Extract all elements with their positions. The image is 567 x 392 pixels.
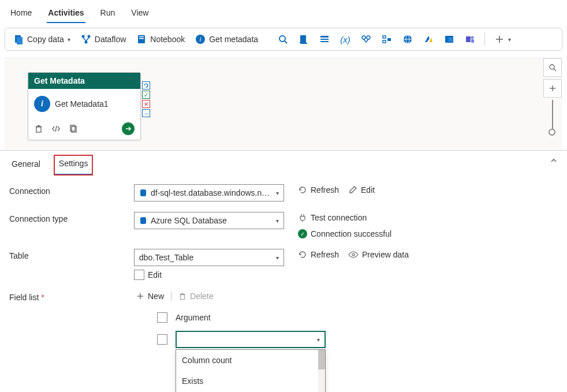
properties-panel: General Settings Connection df-sql-test.… xyxy=(0,150,567,361)
delete-label: Delete xyxy=(190,292,213,301)
get-metadata-label: Get metadata xyxy=(209,35,258,44)
refresh-label: Refresh xyxy=(311,250,339,259)
foreach-icon xyxy=(382,34,392,44)
activity-node-get-metadata[interactable]: Get Metadata i Get Metadata1 xyxy=(28,72,141,140)
dataflow-button[interactable]: Dataflow xyxy=(77,32,129,47)
svg-point-16 xyxy=(362,36,365,39)
new-label: New xyxy=(148,292,164,301)
port-failure-icon[interactable]: ✕ xyxy=(142,100,150,108)
zoom-in-button[interactable] xyxy=(543,79,562,98)
preview-data-label: Preview data xyxy=(362,250,409,259)
plug-icon xyxy=(298,213,307,222)
row-checkbox[interactable] xyxy=(157,334,167,345)
database-icon xyxy=(139,189,147,197)
copy-data-label: Copy data xyxy=(27,35,64,44)
teams-icon xyxy=(465,34,475,44)
delete-field-button[interactable]: Delete xyxy=(176,290,215,302)
new-field-button[interactable]: New xyxy=(134,290,166,302)
collapse-panel-button[interactable] xyxy=(550,156,558,165)
lookup-icon xyxy=(361,34,371,44)
copy-icon[interactable] xyxy=(69,124,78,133)
database-icon xyxy=(139,216,147,225)
trash-icon xyxy=(178,292,186,300)
notebook-button[interactable]: Notebook xyxy=(133,32,188,47)
activity-node-label: Get Metadata1 xyxy=(55,99,109,109)
tab-general[interactable]: General xyxy=(9,156,43,174)
canvas-search-button[interactable] xyxy=(543,58,562,77)
edit-connection-button[interactable]: Edit xyxy=(348,185,375,195)
info-icon: i xyxy=(34,96,50,112)
field-list-label: Field list* xyxy=(9,290,134,302)
argument-column-header: Argument xyxy=(176,313,211,322)
preview-data-button[interactable]: Preview data xyxy=(348,250,409,259)
table-tool-button[interactable] xyxy=(316,32,333,47)
svg-rect-1 xyxy=(17,37,23,44)
refresh-table-button[interactable]: Refresh xyxy=(298,250,339,259)
svg-point-3 xyxy=(87,35,90,38)
zoom-slider-handle[interactable] xyxy=(549,129,555,136)
dropdown-option-exists[interactable]: Exists xyxy=(176,371,325,391)
port-success-icon[interactable]: ✓ xyxy=(142,91,150,99)
teams-tool-button[interactable] xyxy=(461,32,479,47)
dropdown-scrollbar[interactable] xyxy=(318,350,325,392)
script-tool-button[interactable] xyxy=(295,32,312,47)
variable-tool-button[interactable]: (x) xyxy=(337,32,354,47)
refresh-connection-button[interactable]: Refresh xyxy=(298,185,339,195)
dataflow-label: Dataflow xyxy=(95,35,126,44)
activities-toolbar: Copy data ▾ Dataflow Notebook i Get meta… xyxy=(5,28,562,51)
connection-type-select[interactable]: Azure SQL Database ▾ xyxy=(134,212,284,229)
refresh-icon xyxy=(298,250,307,259)
info-icon: i xyxy=(195,34,206,44)
notebook-icon xyxy=(136,34,147,44)
tab-settings[interactable]: Settings xyxy=(54,155,93,175)
table-select[interactable]: dbo.Test_Table ▾ xyxy=(134,249,284,266)
svg-rect-26 xyxy=(466,36,471,42)
svg-rect-20 xyxy=(387,38,391,41)
svg-line-37 xyxy=(554,69,556,71)
azure-tool-button[interactable] xyxy=(420,32,437,47)
field-list-row: ▾ Column count Exists Structure Ad xyxy=(134,331,326,348)
eye-icon xyxy=(348,250,359,259)
svg-point-4 xyxy=(84,41,87,44)
svg-rect-12 xyxy=(300,35,306,43)
connection-select[interactable]: df-sql-test.database.windows.net;tes… ▾ xyxy=(134,184,284,201)
azure-icon xyxy=(423,34,434,44)
zoom-slider[interactable] xyxy=(552,100,553,135)
svg-point-10 xyxy=(279,36,285,42)
port-completion-icon[interactable] xyxy=(142,81,150,89)
toolbar-separator xyxy=(484,33,485,46)
foreach-tool-button[interactable] xyxy=(378,32,396,47)
menu-activities[interactable]: Activities xyxy=(47,6,85,23)
copy-data-button[interactable]: Copy data ▾ xyxy=(10,32,74,47)
menu-home[interactable]: Home xyxy=(9,6,33,23)
connection-type-label: Connection type xyxy=(9,212,134,223)
add-activity-button[interactable]: ▾ xyxy=(491,32,514,47)
script-icon xyxy=(299,34,309,44)
menu-run[interactable]: Run xyxy=(99,6,117,23)
test-connection-button[interactable]: Test connection xyxy=(298,213,367,222)
field-list-table: Argument ▾ Column count Exists xyxy=(134,310,326,348)
web-tool-button[interactable] xyxy=(399,32,416,47)
outlook-icon xyxy=(444,34,454,44)
port-skip-icon[interactable]: → xyxy=(142,109,150,117)
pipeline-canvas[interactable]: Get Metadata i Get Metadata1 ✓ ✕ → xyxy=(5,58,562,150)
lookup-tool-button[interactable] xyxy=(357,32,375,47)
test-connection-label: Test connection xyxy=(311,213,367,222)
select-all-checkbox[interactable] xyxy=(157,312,167,323)
trash-icon[interactable] xyxy=(34,124,43,133)
connection-status: ✓ Connection successful xyxy=(298,229,391,238)
activity-node-title: Get Metadata xyxy=(28,73,140,89)
code-icon[interactable] xyxy=(51,124,61,133)
menu-view[interactable]: View xyxy=(130,6,150,23)
search-tool-button[interactable] xyxy=(274,32,292,47)
run-activity-button[interactable] xyxy=(122,122,135,135)
dropdown-option-column-count[interactable]: Column count xyxy=(176,350,325,371)
table-value: dbo.Test_Table xyxy=(139,253,193,262)
outlook-tool-button[interactable] xyxy=(441,32,458,47)
svg-rect-6 xyxy=(139,36,144,38)
get-metadata-button[interactable]: i Get metadata xyxy=(192,32,262,47)
svg-rect-45 xyxy=(181,295,185,300)
argument-combobox[interactable]: ▾ xyxy=(176,331,326,348)
edit-table-checkbox[interactable] xyxy=(134,270,144,280)
top-menu-bar: Home Activities Run View xyxy=(0,0,567,23)
